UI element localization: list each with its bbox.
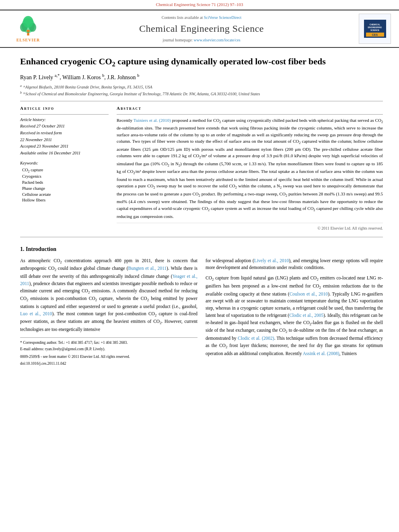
intro-section: 1. Introduction As atmospheric CO2 conce… <box>20 245 383 368</box>
intro-para1: As atmospheric CO2 concentrations approa… <box>20 257 197 333</box>
elsevier-tree-icon <box>16 14 40 37</box>
lively-ref[interactable]: Lively et al., 2010 <box>254 258 289 263</box>
elsevier-logo-area: ELSEVIER <box>8 14 48 43</box>
homepage-label: journal homepage: <box>162 38 193 42</box>
footnote-email: E-mail address: ryan.lively@algenol.com … <box>20 347 197 352</box>
clodic2005-ref[interactable]: Clodic et al., 2005 <box>289 313 323 318</box>
kw-co2-capture: CO2 capture <box>22 167 109 174</box>
footnote-section: * Corresponding author. Tel.: +1 404 385… <box>20 337 197 366</box>
paper-container: Enhanced cryogenic CO2 capture using dyn… <box>0 48 399 376</box>
article-dates: Received 27 October 2011 Received in rev… <box>20 123 109 156</box>
abstract-text: Recently Tuiniers et al. (2010) proposed… <box>117 117 383 220</box>
journal-title: Chemical Engineering Science <box>52 22 351 36</box>
divider-2 <box>20 237 383 237</box>
coulson-ref[interactable]: Coulson et al., 2010 <box>290 292 328 296</box>
luo-ref[interactable]: Luo et al., 2010 <box>20 311 52 316</box>
journal-header-center: Contents lists available at SciVerse Sci… <box>52 15 351 43</box>
keywords-section: Keywords: CO2 capture Cryogenics Packed … <box>20 160 109 203</box>
footnote-star: * Corresponding author. Tel.: +1 404 385… <box>20 340 197 345</box>
kw-cellulose: Cellulose acetate <box>22 192 109 198</box>
contents-label: Contents lists available at <box>162 15 203 20</box>
online-date: Available online 16 December 2011 <box>20 150 109 156</box>
kw-packed-beds: Packed beds <box>22 180 109 186</box>
svg-text:ENGINEERING: ENGINEERING <box>368 26 382 29</box>
cej-logo-icon: CHEMICAL ENGINEERING SCIENCE CES <box>364 20 386 38</box>
tuiniers-ref[interactable]: Tuiniers et al. (2010) <box>134 118 171 123</box>
svg-text:CES: CES <box>372 33 378 36</box>
clodic2002-ref[interactable]: Clodic et al. (2002) <box>238 336 274 341</box>
svg-rect-5 <box>27 30 29 32</box>
contents-line: Contents lists available at SciVerse Sci… <box>52 15 351 21</box>
intro-cols: As atmospheric CO2 concentrations approa… <box>20 257 383 368</box>
accepted-date: Accepted 23 November 2011 <box>20 144 109 150</box>
affil-b: b ᵇ School of Chemical and Biomolecular … <box>20 90 383 97</box>
intro-para3: CO2 capture from liquid natural gas (LNG… <box>206 275 383 357</box>
cej-logo-box: CHEMICAL ENGINEERING SCIENCE CES <box>359 14 391 44</box>
revised-date: 22 November 2011 <box>20 137 109 143</box>
top-bar: Chemical Engineering Science 71 (2012) 9… <box>0 0 399 10</box>
kw-phase-change: Phase change <box>22 186 109 192</box>
authors-line: Ryan P. Lively a,*, William J. Koros b, … <box>20 73 383 81</box>
abstract-col: Abstract Recently Tuiniers et al. (2010)… <box>117 105 383 231</box>
intro-para2: for widespread adoption (Lively et al., … <box>206 257 383 272</box>
yeager-ref[interactable]: Yeager et al., 2011 <box>20 274 197 286</box>
copyright-line: © 2011 Elsevier Ltd. All rights reserved… <box>117 223 383 231</box>
abstract-label: Abstract <box>117 105 383 111</box>
divider-1 <box>20 101 383 101</box>
homepage-line: journal homepage: www.elsevier.com/locat… <box>52 37 351 43</box>
paper-title: Enhanced cryogenic CO2 capture using dyn… <box>20 56 383 69</box>
article-info-col: Article info Article history: Received 2… <box>20 105 109 231</box>
journal-citation: Chemical Engineering Science 71 (2012) 9… <box>156 2 243 7</box>
issn-text: 0009-2509/$ - see front matter © 2011 El… <box>20 354 197 359</box>
homepage-link[interactable]: www.elsevier.com/locate/ces <box>194 38 241 42</box>
bungten-ref[interactable]: Bungten et al., 2011 <box>128 266 167 271</box>
doi-text: doi:10.1016/j.ces.2011.11.042 <box>20 361 197 366</box>
affil-a: a ᵃ Algenol Biofuels, 28100 Bonita Grand… <box>20 84 383 90</box>
revised-label: Received in revised form <box>20 130 109 136</box>
elsevier-text: ELSEVIER <box>16 37 40 43</box>
kw-cryogenics: Cryogenics <box>22 174 109 180</box>
article-info-label: Article info <box>20 105 109 111</box>
assink-ref[interactable]: Assink et al. (2008) <box>303 351 339 356</box>
info-abstract-cols: Article info Article history: Received 2… <box>20 105 383 231</box>
issn-section: 0009-2509/$ - see front matter © 2011 El… <box>20 354 197 366</box>
history-label: Article history: <box>20 117 109 123</box>
intro-right: for widespread adoption (Lively et al., … <box>206 257 383 368</box>
intro-heading: 1. Introduction <box>20 245 383 253</box>
journal-logo-right: CHEMICAL ENGINEERING SCIENCE CES <box>355 14 391 44</box>
svg-point-4 <box>23 16 33 28</box>
received-date: Received 27 October 2011 <box>20 123 109 129</box>
article-info-box: Article history: Received 27 October 201… <box>20 114 109 203</box>
sciverse-link[interactable]: SciVerse ScienceDirect <box>204 15 242 20</box>
svg-text:CHEMICAL: CHEMICAL <box>369 23 380 26</box>
affiliations: a ᵃ Algenol Biofuels, 28100 Bonita Grand… <box>20 84 383 97</box>
kw-hollow-fibers: Hollow fibers <box>22 197 109 203</box>
intro-left: As atmospheric CO2 concentrations approa… <box>20 257 197 368</box>
abstract-box: Recently Tuiniers et al. (2010) proposed… <box>117 114 383 232</box>
journal-header: ELSEVIER Contents lists available at Sci… <box>0 10 399 48</box>
elsevier-logo: ELSEVIER <box>8 14 48 43</box>
svg-text:SCIENCE: SCIENCE <box>370 29 379 31</box>
keywords-label: Keywords: <box>20 160 109 166</box>
